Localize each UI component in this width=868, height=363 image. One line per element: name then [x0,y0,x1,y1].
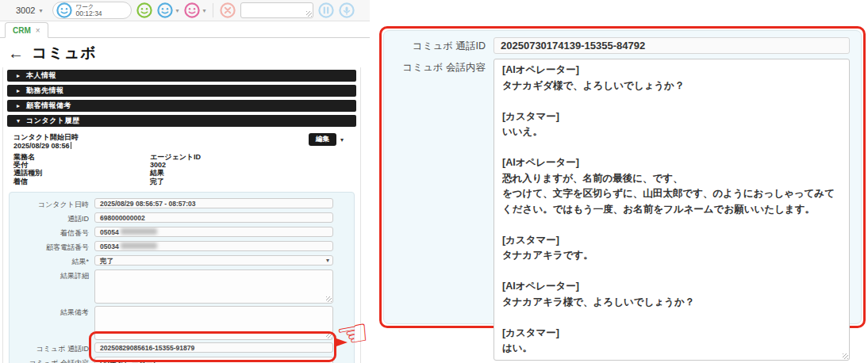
masked-digits [121,228,157,235]
chevron-right-icon: ▸ [17,73,20,79]
chevron-right-icon: ▸ [17,103,20,109]
field-label: コンタクト日時 [17,198,89,210]
contact-datetime-input[interactable]: 2025/08/29 08:56:57 - 08:57:03 [94,198,333,208]
call-id-input[interactable]: 698000000002 [94,212,333,223]
screen: 3002 ▾ ワーク 00:12:34 ▾ ▾ [0,0,868,363]
field-label: コミュボ 通話ID [392,37,486,54]
meta-label: 通話種別 [13,169,150,177]
zoom-annotation-frame: コミュボ 通話ID 20250730174139-15355-84792 コミュ… [379,26,866,328]
top-toolbar: 3002 ▾ ワーク 00:12:34 ▾ ▾ [0,0,370,21]
agent-status-pill[interactable]: ワーク 00:12:34 [52,2,132,19]
customer-phone-input[interactable]: 05034 [94,241,333,251]
tab-crm-label: CRM [13,26,31,35]
meta-value: エージェントID [150,153,201,161]
meta-value: 3002 [150,161,166,169]
result-note-textarea[interactable] [94,306,333,340]
field-label: 結果* [17,255,89,267]
contact-meta: コンタクト開始日時 2025/08/29 08:56 業務名エージェントID 受… [7,130,356,190]
away-status-icon[interactable] [184,2,200,18]
field-label: コミュボ 通話ID [17,342,89,354]
text-cursor [71,142,71,149]
crm-app: 3002 ▾ ワーク 00:12:34 ▾ ▾ [0,0,370,363]
commubo-transcript-textarea[interactable]: [AIオペレーター] お電話ありがとうございます。株式会社日本プレケケでございま… [94,357,333,363]
masked-digits [121,243,157,249]
status-timer: 00:12:34 [76,10,102,17]
chevron-down-icon[interactable]: ▾ [340,136,344,143]
commubo-detail-panel: コミュボ 通話ID 20250730174139-15355-84792 コミュ… [383,30,862,324]
extension-select[interactable]: 3002 ▾ [5,4,48,17]
tab-bar: CRM × [0,21,370,38]
field-label: 結果詳細 [17,269,89,304]
back-arrow-icon[interactable]: ← [8,46,24,60]
field-label: コミュボ 会話内容 [17,357,89,363]
commubo-call-id-input[interactable]: 20250730174139-15355-84792 [494,37,850,54]
resize-grip-icon [306,11,312,17]
commubo-call-id-input[interactable]: 20250829085616-15355-91879 [94,342,333,353]
field-label: 着信番号 [17,227,89,239]
toolbar-divider [213,3,213,17]
contact-card: ▸ 本人情報 ▸ 勤務先情報 ▸ 顧客情報備考 ▾ コンタクト履歴 コンタクト開… [2,67,361,363]
resize-grip-icon[interactable] [326,296,332,302]
meta-value: 結果 [150,169,164,177]
close-icon[interactable]: × [36,26,40,35]
work-status-icon[interactable] [157,2,173,18]
field-label: 顧客電話番号 [17,241,89,253]
field-label: 通話ID [17,212,89,224]
accordion-customer-notes[interactable]: ▸ 顧客情報備考 [7,100,356,112]
field-label: コミュボ 会話内容 [392,59,486,361]
ready-status-icon[interactable] [136,2,152,18]
commubo-transcript-textarea[interactable]: [AIオペレーター] タナカギダ様で、よろしいでしょうか？ [カスタマー] いい… [494,59,850,361]
page-header: ← コミュボ [0,38,370,67]
contact-start-label: コンタクト開始日時 [13,133,350,142]
chevron-down-icon[interactable]: ▾ [203,7,206,14]
hold-call-icon[interactable] [318,2,334,18]
accordion-contact-history[interactable]: ▾ コンタクト履歴 [7,115,356,127]
meta-label: 受付 [13,161,150,169]
chevron-right-icon: ▸ [17,88,20,94]
incoming-number-input[interactable]: 05054 [94,227,333,237]
field-label: 結果備考 [17,306,89,340]
tab-crm[interactable]: CRM × [5,22,48,38]
resize-grip-icon[interactable] [843,353,848,359]
mute-mic-icon[interactable] [339,2,355,18]
extension-value: 3002 [16,6,35,15]
chevron-down-icon: ▾ [326,257,329,264]
accordion-workplace-info[interactable]: ▸ 勤務先情報 [7,85,356,97]
meta-value: 完了 [150,178,164,185]
chevron-down-icon: ▾ [17,118,20,124]
hangup-call-icon[interactable] [220,2,236,18]
contact-start-value: 2025/08/29 08:56 [13,142,350,151]
agent-face-icon [56,2,72,18]
result-detail-textarea[interactable] [94,269,333,304]
edit-button[interactable]: 編集 [309,133,336,146]
meta-label: 業務名 [13,153,150,161]
resize-grip-icon[interactable] [326,333,332,338]
result-select[interactable]: 完了 [94,255,333,266]
contact-form: コンタクト日時 2025/08/29 08:56:57 - 08:57:03 通… [9,192,355,363]
chevron-down-icon[interactable]: ▾ [176,7,179,14]
meta-label: 着信 [13,178,150,185]
accordion-personal-info[interactable]: ▸ 本人情報 [7,70,356,82]
page-title: コミュボ [32,43,97,63]
dial-number-input[interactable] [240,2,313,18]
chevron-down-icon: ▾ [39,7,42,14]
